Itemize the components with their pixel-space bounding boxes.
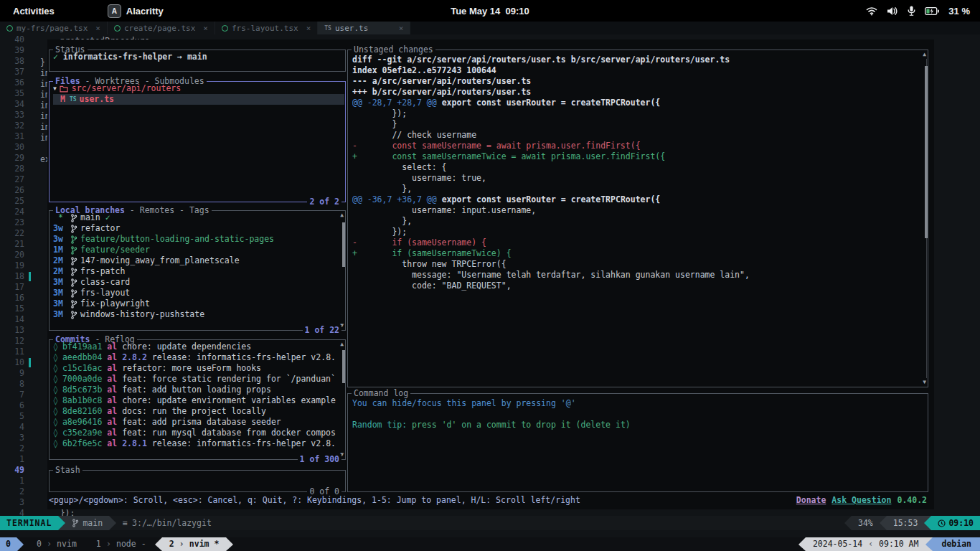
line-number: 3 bbox=[19, 433, 24, 443]
keybindings-hint: <pgup>/<pgdown>: Scroll, <esc>: Cancel, … bbox=[49, 495, 580, 507]
line-number: 35 bbox=[14, 88, 24, 98]
tmux-window[interactable]: 2›nvim* bbox=[162, 537, 227, 551]
line-number: 21 bbox=[14, 239, 24, 249]
scroll-up-icon[interactable]: ▲ bbox=[340, 342, 344, 347]
branch-row[interactable]: * main ✓ bbox=[53, 212, 344, 223]
stash-panel[interactable]: Stash 0 of 0 bbox=[49, 470, 346, 492]
gnome-top-bar: Activities A Alacritty Tue May 14 09:10 … bbox=[0, 0, 980, 22]
diff-line: code: "BAD_REQUEST", bbox=[352, 281, 920, 291]
powerline-arrow bbox=[798, 537, 806, 551]
commit-graph-icon: ◊ bbox=[53, 417, 58, 428]
branch-row[interactable]: 2M frs-patch bbox=[53, 266, 344, 277]
filetype-icon: TS bbox=[324, 23, 331, 34]
commit-graph-icon: ◊ bbox=[53, 438, 58, 449]
branch-name: feature/seeder bbox=[80, 245, 150, 255]
branch-row[interactable]: 3M fix-playwright bbox=[53, 298, 344, 309]
branch-row[interactable]: 3w refactor bbox=[53, 223, 344, 234]
commit-message: feat: add button loading props bbox=[122, 385, 271, 395]
tmux-window[interactable]: 0›nvim bbox=[29, 537, 89, 551]
buffer-tab[interactable]: my-frs/page.tsx × bbox=[0, 22, 108, 34]
git-branch-segment: main bbox=[65, 516, 109, 530]
diff-panel[interactable]: Unstaged changes diff --git a/src/server… bbox=[347, 50, 928, 387]
clock[interactable]: Tue May 14 09:10 bbox=[0, 6, 980, 17]
branch-row[interactable]: 1M feature/seeder bbox=[53, 245, 344, 255]
buffer-tab[interactable]: create/page.tsx × bbox=[108, 22, 215, 34]
branch-age: 3w bbox=[53, 223, 66, 234]
branch-name: refactor bbox=[80, 223, 120, 234]
commit-row[interactable]: ◊ 8d5c673b al feat: add button loading p… bbox=[53, 385, 344, 395]
donate-link[interactable]: Donate bbox=[796, 495, 826, 507]
ts-icon: TS bbox=[70, 94, 77, 105]
command-log-panel[interactable]: Command log You can hide/focus this pane… bbox=[347, 393, 928, 492]
commit-row[interactable]: ◊ aeedbb04 al 2.8.2 release: informatics… bbox=[53, 352, 344, 363]
branch-name: main bbox=[83, 518, 103, 529]
branch-row[interactable]: 3w feature/button-loading-and-static-pag… bbox=[53, 234, 344, 245]
powerline-arrow bbox=[844, 516, 852, 530]
commit-row[interactable]: ◊ 7000a0de al feat: force static renderi… bbox=[53, 374, 344, 385]
commit-row[interactable]: ◊ bf419aa1 al chore: update dependencies bbox=[53, 342, 344, 352]
system-tray[interactable]: 31 % bbox=[866, 6, 970, 17]
folder-icon bbox=[60, 85, 68, 93]
tab-label: frs-layout.tsx bbox=[232, 23, 298, 34]
scrollbar-thumb[interactable] bbox=[925, 66, 928, 238]
tab-close-icon[interactable]: × bbox=[95, 23, 100, 34]
branches-panel[interactable]: Local branches - Remotes - Tags * main ✓… bbox=[49, 210, 346, 331]
diff-line: throw new TRPCError({ bbox=[352, 259, 920, 270]
scrollbar-thumb[interactable] bbox=[342, 350, 345, 383]
scroll-up-icon[interactable]: ▲ bbox=[340, 212, 344, 218]
line-number: 1 bbox=[19, 454, 24, 464]
diff-line: index 05ef1e2..e577243 100644 bbox=[352, 65, 920, 76]
ask-question-link[interactable]: Ask Question bbox=[831, 495, 891, 507]
branch-name: feature/button-loading-and-static-pages bbox=[80, 234, 274, 245]
branch-row[interactable]: 3M windows-history-pushstate bbox=[53, 309, 344, 320]
scrollbar-thumb[interactable] bbox=[342, 222, 345, 267]
branch-age: 3M bbox=[53, 288, 66, 298]
commit-row[interactable]: ◊ c15c16ac al refactor: more useForm hoo… bbox=[53, 363, 344, 374]
branch-age: 1M bbox=[53, 245, 66, 255]
commit-message: feat: run mysql database from docker com… bbox=[122, 428, 336, 438]
line-number: 23 bbox=[14, 217, 24, 227]
scroll-up-icon[interactable]: ▲ bbox=[923, 52, 926, 57]
line-number: 18 bbox=[14, 271, 24, 281]
branch-age: 3M bbox=[53, 298, 66, 309]
collapse-arrow-icon[interactable]: ▼ bbox=[53, 83, 57, 94]
buffer-tab[interactable]: TS user.ts × bbox=[318, 22, 410, 34]
commit-row[interactable]: ◊ c35e2a9e al feat: run mysql database f… bbox=[53, 428, 344, 438]
buffer-tab[interactable]: frs-layout.tsx × bbox=[215, 22, 318, 34]
line-number: 49 bbox=[14, 465, 24, 475]
tab-close-icon[interactable]: × bbox=[203, 23, 208, 34]
random-tip: Random tip: press 'd' on a commit to dro… bbox=[352, 420, 923, 430]
commit-row[interactable]: ◊ 8ab1b0c8 al chore: update environment … bbox=[53, 395, 344, 406]
files-panel[interactable]: Files - Worktrees - Submodules ▼ src/ser… bbox=[49, 81, 346, 202]
commit-author: al bbox=[107, 352, 117, 363]
branch-row[interactable]: 3M class-card bbox=[53, 277, 344, 288]
scroll-down-icon[interactable]: ▼ bbox=[923, 380, 926, 385]
file-row-selected[interactable]: M TS user.ts bbox=[53, 94, 344, 105]
branch-row[interactable]: 3M frs-layout bbox=[53, 288, 344, 298]
status-panel[interactable]: Status ✓ informatics-frs-helper → main bbox=[49, 50, 346, 72]
tab-label: create/page.tsx bbox=[124, 23, 195, 34]
tmux-window[interactable]: 1›node- bbox=[89, 537, 154, 551]
battery-icon bbox=[925, 7, 939, 15]
lazygit-version: 0.40.2 bbox=[897, 495, 927, 507]
tmux-session[interactable]: 0 bbox=[0, 537, 17, 551]
commit-graph-icon: ◊ bbox=[53, 385, 58, 395]
tab-close-icon[interactable]: × bbox=[399, 23, 404, 34]
branch-row[interactable]: 2M 147-moving_away_from_planetscale bbox=[53, 255, 344, 266]
commit-row[interactable]: ◊ 6b2f6e5c al 2.8.1 release: informatics… bbox=[53, 438, 344, 449]
commit-author: al bbox=[107, 428, 117, 438]
commit-hash: 8de82160 bbox=[62, 406, 102, 417]
folder-row[interactable]: ▼ src/server/api/routers bbox=[53, 83, 344, 94]
diff-line: // check username bbox=[352, 130, 920, 141]
line-number: 5 bbox=[19, 411, 24, 421]
wifi-icon bbox=[866, 6, 877, 16]
options-bar: <pgup>/<pgdown>: Scroll, <esc>: Cancel, … bbox=[49, 495, 927, 507]
line-number: 2 bbox=[19, 443, 24, 453]
powerline-arrow bbox=[58, 516, 65, 530]
tab-close-icon[interactable]: × bbox=[306, 23, 311, 34]
microphone-icon bbox=[908, 6, 915, 16]
commit-row[interactable]: ◊ 8de82160 al docs: run the project loca… bbox=[53, 406, 344, 417]
commits-panel[interactable]: Commits - Reflog ◊ bf419aa1 al chore: up… bbox=[49, 339, 346, 460]
commit-row[interactable]: ◊ a8e96416 al feat: add prisma database … bbox=[53, 417, 344, 428]
commit-graph-icon: ◊ bbox=[53, 352, 58, 363]
